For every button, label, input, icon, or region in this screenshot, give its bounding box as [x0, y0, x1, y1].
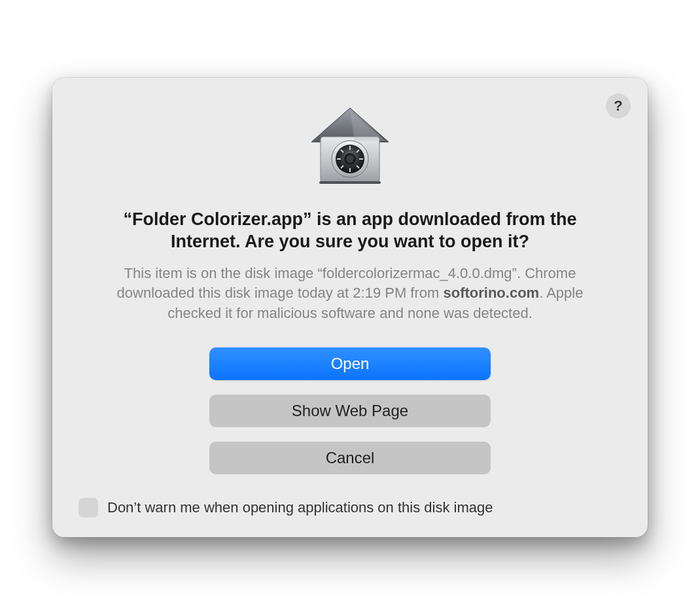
security-icon — [75, 104, 625, 189]
help-button[interactable]: ? — [606, 94, 631, 118]
subtitle-domain: softorino.com — [443, 285, 539, 301]
svg-point-6 — [346, 155, 354, 163]
help-icon: ? — [614, 97, 622, 114]
dialog-title: “Folder Colorizer.app” is an app downloa… — [75, 209, 625, 253]
dialog-subtitle: This item is on the disk image “folderco… — [75, 264, 625, 324]
cancel-button[interactable]: Cancel — [209, 442, 491, 474]
button-stack: Open Show Web Page Cancel — [75, 347, 625, 474]
dont-warn-row: Don’t warn me when opening applications … — [75, 498, 625, 518]
show-web-page-label: Show Web Page — [292, 402, 408, 420]
gatekeeper-dialog: ? — [52, 78, 648, 537]
svg-rect-2 — [319, 181, 381, 184]
show-web-page-button[interactable]: Show Web Page — [209, 395, 491, 427]
open-button-label: Open — [331, 355, 370, 373]
dont-warn-checkbox[interactable] — [79, 498, 98, 518]
cancel-button-label: Cancel — [326, 449, 375, 467]
dont-warn-label: Don’t warn me when opening applications … — [107, 499, 493, 516]
open-button[interactable]: Open — [209, 347, 491, 380]
